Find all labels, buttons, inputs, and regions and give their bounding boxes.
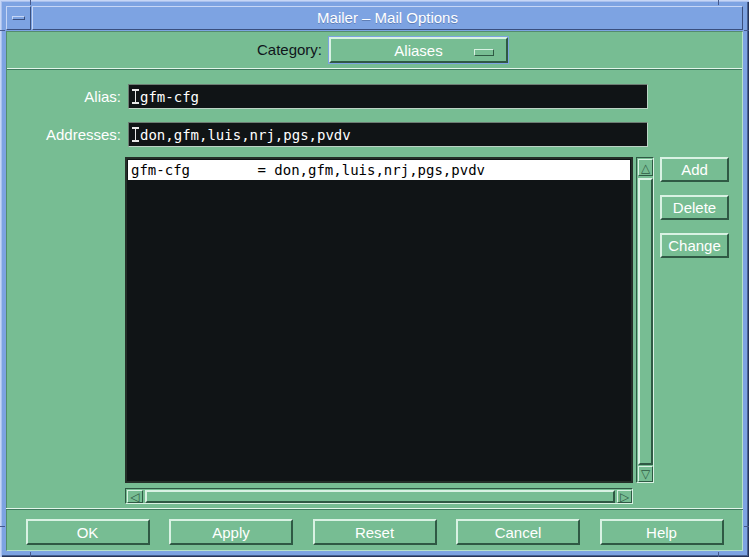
- frame-notch: [0, 30, 5, 31]
- separator-top: [7, 68, 742, 70]
- scroll-down-icon[interactable]: ▽: [638, 466, 653, 482]
- alias-list[interactable]: gfm-cfg = don,gfm,luis,nrj,pgs,pvdv: [125, 157, 633, 483]
- apply-button[interactable]: Apply: [169, 519, 293, 545]
- help-button[interactable]: Help: [600, 519, 724, 545]
- mail-options-window: Mailer – Mail Options Category: Aliases …: [0, 0, 749, 557]
- cancel-button-label: Cancel: [495, 524, 542, 541]
- frame-notch: [0, 526, 5, 527]
- frame-notch: [718, 0, 719, 5]
- alias-list-item-selected[interactable]: gfm-cfg = don,gfm,luis,nrj,pgs,pvdv: [128, 160, 630, 180]
- alias-input[interactable]: gfm-cfg: [128, 84, 648, 109]
- category-option-menu[interactable]: Aliases: [328, 36, 509, 64]
- alias-label: Alias:: [0, 88, 121, 105]
- frame-notch: [30, 0, 31, 5]
- help-button-label: Help: [646, 524, 677, 541]
- ok-button[interactable]: OK: [26, 519, 150, 545]
- window-title[interactable]: Mailer – Mail Options: [32, 6, 743, 30]
- frame-notch: [744, 30, 749, 31]
- vertical-scrollbar-thumb[interactable]: [638, 178, 653, 465]
- addresses-label: Addresses:: [0, 126, 121, 143]
- text-caret-icon: [132, 89, 139, 104]
- ok-button-label: OK: [77, 524, 99, 541]
- cancel-button[interactable]: Cancel: [456, 519, 580, 545]
- reset-button[interactable]: Reset: [313, 519, 437, 545]
- add-button-label: Add: [681, 161, 708, 178]
- text-caret-icon: [132, 127, 139, 142]
- delete-button-label: Delete: [673, 199, 716, 216]
- alias-list-horizontal-scrollbar[interactable]: ◁ ▷: [125, 488, 633, 504]
- footer-button-row: OK Apply Reset Cancel Help: [6, 518, 743, 546]
- alias-input-value: gfm-cfg: [140, 89, 199, 105]
- category-selected-value: Aliases: [394, 42, 442, 59]
- alias-list-vertical-scrollbar[interactable]: △ ▽: [636, 157, 654, 483]
- add-button[interactable]: Add: [660, 157, 729, 182]
- frame-notch: [744, 526, 749, 527]
- change-button-label: Change: [668, 237, 721, 254]
- change-button[interactable]: Change: [660, 233, 729, 258]
- titlebar-row: Mailer – Mail Options: [6, 6, 743, 30]
- separator-bottom: [6, 508, 743, 510]
- scroll-right-icon[interactable]: ▷: [617, 490, 632, 503]
- apply-button-label: Apply: [212, 524, 250, 541]
- addresses-input[interactable]: don,gfm,luis,nrj,pgs,pvdv: [128, 122, 648, 147]
- window-menu-button[interactable]: [6, 6, 31, 30]
- delete-button[interactable]: Delete: [660, 195, 729, 220]
- addresses-input-value: don,gfm,luis,nrj,pgs,pvdv: [140, 127, 351, 143]
- window-menu-dash-icon: [12, 16, 25, 20]
- option-menu-dash-icon: [474, 49, 494, 56]
- horizontal-scrollbar-thumb[interactable]: [145, 490, 615, 503]
- category-label: Category:: [170, 41, 322, 58]
- category-option-face: Aliases: [329, 37, 508, 63]
- frame-notch: [718, 552, 719, 557]
- scroll-left-icon[interactable]: ◁: [127, 490, 143, 503]
- scroll-up-icon[interactable]: △: [638, 159, 653, 176]
- reset-button-label: Reset: [355, 524, 394, 541]
- frame-notch: [30, 552, 31, 557]
